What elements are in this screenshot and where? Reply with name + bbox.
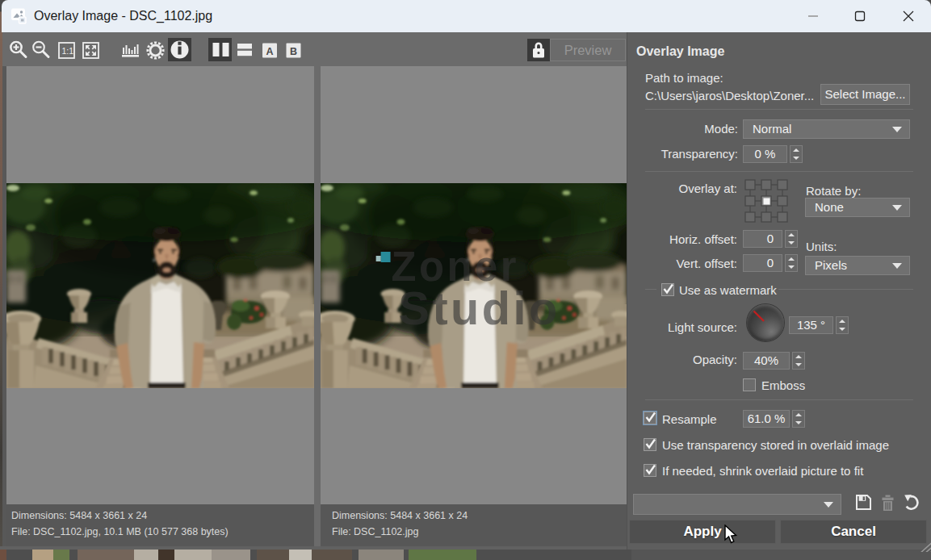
svg-text:Preview: Preview: [564, 43, 612, 57]
svg-text:B: B: [290, 46, 297, 57]
svg-text:1:1: 1:1: [62, 46, 74, 56]
svg-text:A: A: [266, 46, 273, 57]
